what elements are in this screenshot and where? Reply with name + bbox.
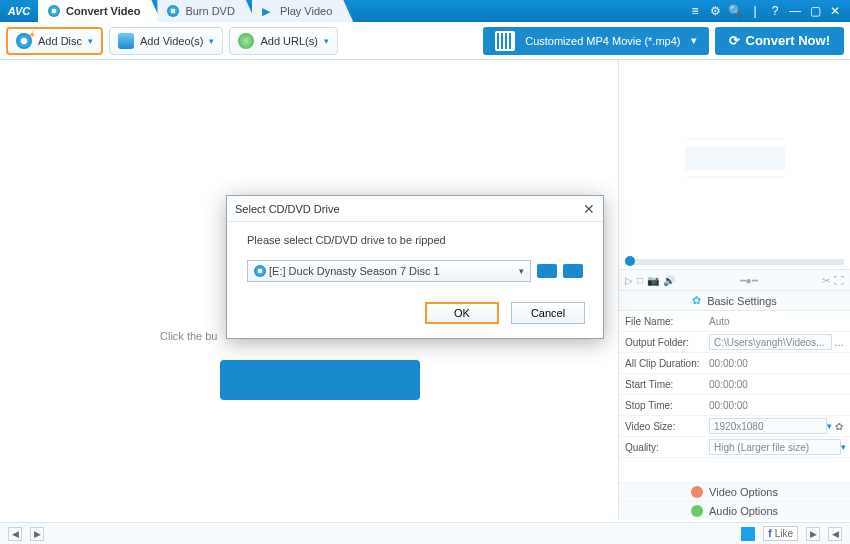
header-label: Video Options: [709, 486, 778, 498]
player-controls: ▷ □ 📷 🔊 ━●━ ✂ ⛶: [619, 269, 850, 291]
drive-label: [E:] Duck Dynasty Season 7 Disc 1: [269, 265, 440, 277]
chevron-down-icon[interactable]: ▾: [841, 442, 846, 452]
setting-file-name: File Name:Auto: [619, 311, 850, 332]
video-icon: [691, 486, 703, 498]
film-icon: [495, 31, 515, 51]
refresh-icon: ⟳: [729, 33, 740, 48]
setting-stop-time: Stop Time:00:00:00: [619, 395, 850, 416]
progress-thumb[interactable]: [625, 256, 635, 266]
svg-rect-2: [685, 170, 785, 176]
disc-icon: [167, 5, 179, 17]
fullscreen-icon[interactable]: ⛶: [834, 275, 844, 286]
tab-play-video[interactable]: ▶Play Video: [252, 0, 353, 22]
help-icon[interactable]: ?: [768, 4, 782, 18]
refresh-drive-icon[interactable]: [563, 264, 583, 278]
video-size-select[interactable]: 1920x1080: [709, 418, 827, 434]
tab-label: Play Video: [280, 5, 332, 17]
format-label: Customized MP4 Movie (*.mp4): [525, 35, 680, 47]
button-label: Add Video(s): [140, 35, 203, 47]
dialog-title: Select CD/DVD Drive: [235, 203, 340, 215]
audio-icon: [691, 505, 703, 517]
chevron-down-icon: ▾: [324, 36, 329, 46]
stop-icon[interactable]: □: [637, 275, 643, 286]
basic-settings-header: ✿Basic Settings: [619, 291, 850, 311]
ok-button[interactable]: OK: [425, 302, 499, 324]
chevron-down-icon: ▾: [209, 36, 214, 46]
button-label: Convert Now!: [746, 33, 831, 48]
add-videos-button[interactable]: Add Video(s)▾: [109, 27, 223, 55]
cancel-button[interactable]: Cancel: [511, 302, 585, 324]
facebook-like-button[interactable]: fLike: [763, 526, 798, 541]
expand-left-icon[interactable]: ▶: [806, 527, 820, 541]
gear-icon[interactable]: ⚙: [708, 4, 722, 18]
playback-progress[interactable]: [625, 259, 844, 265]
button-label: Add Disc: [38, 35, 82, 47]
window-controls: ≡ ⚙ 🔍 | ? — ▢ ✕: [688, 4, 850, 18]
reset-icon[interactable]: ✿: [832, 421, 846, 432]
audio-options-header[interactable]: Audio Options: [619, 501, 850, 520]
prev-icon[interactable]: ◀: [8, 527, 22, 541]
dialog-prompt: Please select CD/DVD drive to be ripped: [247, 234, 583, 246]
quality-select[interactable]: High (Larger file size): [709, 439, 841, 455]
hint-button-partial: [220, 360, 420, 400]
cut-icon[interactable]: ✂: [822, 275, 830, 286]
play-icon: ▶: [262, 5, 274, 17]
chevron-down-icon: ▾: [88, 36, 93, 46]
header-label: Basic Settings: [707, 295, 777, 307]
browse-icon[interactable]: …: [832, 337, 846, 348]
setting-output-folder: Output Folder:C:\Users\yangh\Videos...…: [619, 332, 850, 353]
close-icon[interactable]: ✕: [828, 4, 842, 18]
divider: |: [748, 4, 762, 18]
status-bar: ◀ ▶ fLike ▶ ◀: [0, 522, 850, 544]
title-bar: AVC Convert Video Burn DVD ▶Play Video ≡…: [0, 0, 850, 22]
like-label: Like: [775, 528, 793, 539]
disc-icon: [254, 265, 266, 277]
expand-right-icon[interactable]: ◀: [828, 527, 842, 541]
setting-quality: Quality:High (Larger file size)▾: [619, 437, 850, 458]
setting-clip-duration: All Clip Duration:00:00:00: [619, 353, 850, 374]
next-icon[interactable]: ▶: [30, 527, 44, 541]
gear-icon: ✿: [692, 294, 701, 307]
side-panel: ▷ □ 📷 🔊 ━●━ ✂ ⛶ ✿Basic Settings File Nam…: [618, 60, 850, 520]
empty-hint: Click the bu: [160, 330, 217, 342]
svg-rect-1: [685, 140, 785, 146]
chevron-down-icon: ▾: [691, 34, 697, 47]
disc-plus-icon: [16, 33, 32, 49]
add-disc-button[interactable]: Add Disc▾: [6, 27, 103, 55]
button-label: Add URL(s): [260, 35, 317, 47]
volume-icon[interactable]: 🔊: [663, 275, 675, 286]
tab-convert-video[interactable]: Convert Video: [38, 0, 161, 22]
tab-label: Convert Video: [66, 5, 140, 17]
chevron-down-icon: ▾: [519, 266, 524, 276]
app-logo: AVC: [0, 5, 38, 17]
search-icon[interactable]: 🔍: [728, 4, 742, 18]
setting-start-time: Start Time:00:00:00: [619, 374, 850, 395]
select-drive-dialog: Select CD/DVD Drive✕ Please select CD/DV…: [226, 195, 604, 339]
output-format-selector[interactable]: Customized MP4 Movie (*.mp4)▾: [483, 27, 708, 55]
setting-video-size: Video Size:1920x1080▾✿: [619, 416, 850, 437]
minimize-icon[interactable]: —: [788, 4, 802, 18]
snapshot-icon[interactable]: 📷: [647, 275, 659, 286]
convert-now-button[interactable]: ⟳Convert Now!: [715, 27, 845, 55]
output-folder-field[interactable]: C:\Users\yangh\Videos...: [709, 334, 832, 350]
clip-icon: [118, 33, 134, 49]
filmstrip-icon: [685, 128, 785, 188]
header-label: Audio Options: [709, 505, 778, 517]
dialog-titlebar: Select CD/DVD Drive✕: [227, 196, 603, 222]
globe-icon: [238, 33, 254, 49]
tab-label: Burn DVD: [185, 5, 235, 17]
toolbar: Add Disc▾ Add Video(s)▾ Add URL(s)▾ Cust…: [0, 22, 850, 60]
preview-pane: [619, 60, 850, 255]
twitter-icon[interactable]: [741, 527, 755, 541]
volume-slider[interactable]: ━●━: [740, 275, 758, 286]
maximize-icon[interactable]: ▢: [808, 4, 822, 18]
main-tabs: Convert Video Burn DVD ▶Play Video: [38, 0, 349, 22]
tab-burn-dvd[interactable]: Burn DVD: [157, 0, 256, 22]
play-icon[interactable]: ▷: [625, 275, 633, 286]
eject-icon[interactable]: [537, 264, 557, 278]
video-options-header[interactable]: Video Options: [619, 482, 850, 501]
menu-icon[interactable]: ≡: [688, 4, 702, 18]
close-icon[interactable]: ✕: [583, 201, 595, 217]
add-urls-button[interactable]: Add URL(s)▾: [229, 27, 337, 55]
drive-select[interactable]: [E:] Duck Dynasty Season 7 Disc 1▾: [247, 260, 531, 282]
